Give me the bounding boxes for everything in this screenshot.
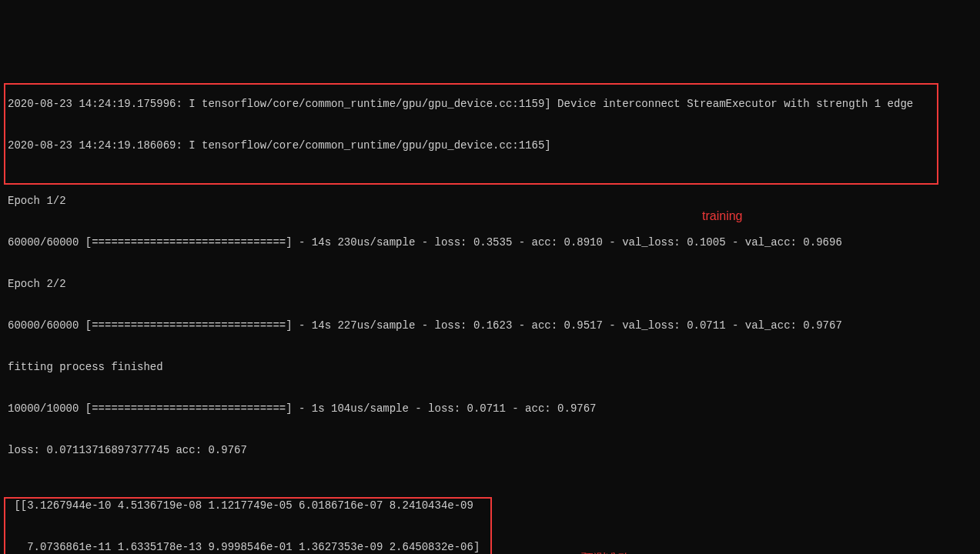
terminal-output: 2020-08-23 14:24:19.175996: I tensorflow…: [0, 55, 980, 554]
matrix-line: [[3.1267944e-10 4.5136719e-08 1.1217749e…: [8, 499, 975, 512]
training-line: fitting process finished: [8, 360, 975, 374]
log-line: 2020-08-23 14:24:19.186069: I tensorflow…: [8, 138, 975, 152]
training-line: 60000/60000 [===========================…: [8, 235, 975, 249]
log-line: 2020-08-23 14:24:19.175996: I tensorflow…: [8, 97, 975, 111]
training-line: Epoch 1/2: [8, 194, 975, 208]
training-line: 60000/60000 [===========================…: [8, 319, 975, 332]
matrix-line: 7.0736861e-11 1.6335178e-13 9.9998546e-0…: [8, 540, 975, 554]
training-annotation: training: [702, 209, 742, 223]
training-line: Epoch 2/2: [8, 277, 975, 291]
training-line: loss: 0.07113716897377745 acc: 0.9767: [8, 443, 975, 457]
training-line: 10000/10000 [===========================…: [8, 402, 975, 416]
